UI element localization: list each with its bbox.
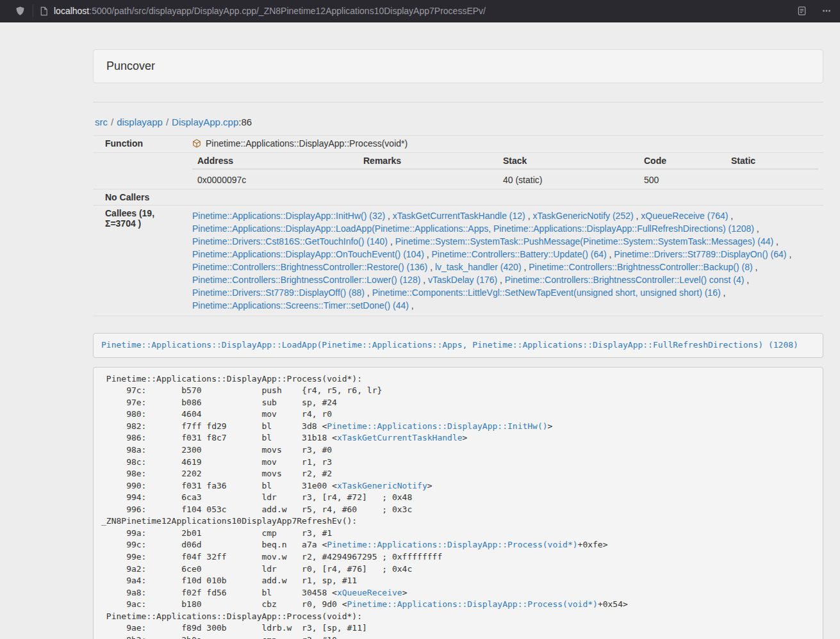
callees-row: Callees (19, Σ=3704 ) Pinetime::Applicat… [93, 206, 823, 316]
app-header-panel: Puncover [93, 49, 823, 83]
callee-link[interactable]: xTaskGenericNotify (252) [532, 211, 633, 221]
url-host: localhost [54, 6, 89, 16]
asm-symbol-link[interactable]: Pinetime::Applications::DisplayApp::Proc… [347, 599, 598, 609]
callee-link[interactable]: Pinetime::Drivers::Cst816S::GetTouchInfo… [192, 236, 388, 247]
stats-header-row: Address Remarks Stack Code Static [192, 156, 818, 169]
stat-static [726, 169, 818, 189]
callee-link[interactable]: Pinetime::Drivers::St7789::DisplayOff() … [192, 287, 365, 298]
page-container: Puncover src/displayapp/DisplayApp.cpp:8… [93, 49, 823, 639]
callee-link[interactable]: xQueueReceive (764) [641, 211, 728, 221]
asm-symbol-link[interactable]: Pinetime::Applications::DisplayApp::Proc… [327, 540, 577, 549]
callee-link[interactable]: Pinetime::Drivers::St7789::DisplayOn() (… [614, 249, 786, 259]
callee-link[interactable]: Pinetime::Controllers::BrightnessControl… [192, 275, 420, 285]
stats-cell: Address Remarks Stack Code Static 0x0000… [187, 153, 823, 190]
breadcrumb-src-link[interactable]: src [95, 117, 108, 127]
no-callers-label: No Callers [93, 190, 187, 206]
col-header-code: Code [639, 156, 726, 169]
callee-link[interactable]: lv_task_handler (420) [435, 262, 522, 272]
function-row: Function Pinetime::Applications::Display… [93, 136, 823, 153]
function-name-cell: Pinetime::Applications::DisplayApp::Proc… [187, 136, 823, 153]
url-bar[interactable]: localhost:5000/path/src/displayapp/Displ… [54, 6, 486, 16]
function-table: Function Pinetime::Applications::Display… [93, 135, 823, 316]
disassembly-block: Pinetime::Applications::DisplayApp::Proc… [93, 367, 823, 639]
asm-symbol-link[interactable]: xQueueReceive [337, 588, 402, 597]
app-title: Puncover [106, 60, 810, 73]
callee-link[interactable]: Pinetime::Controllers::BrightnessControl… [529, 262, 752, 272]
urlbar-actions [797, 6, 831, 16]
callees-label: Callees (19, Σ=3704 ) [93, 206, 187, 316]
col-header-remarks: Remarks [358, 156, 498, 169]
browser-chrome: localhost:5000/path/src/displayapp/Displ… [0, 0, 840, 22]
breadcrumb-file-link[interactable]: DisplayApp.cpp [172, 117, 238, 127]
urlbar-divider [33, 4, 33, 17]
callee-link[interactable]: Pinetime::Applications::DisplayApp::Init… [192, 211, 385, 221]
stats-data-row: 0x0000097c 40 (static) 500 [192, 169, 818, 189]
tracking-protection-shield-icon[interactable] [15, 6, 25, 16]
stat-address: 0x0000097c [192, 169, 358, 189]
callee-link[interactable]: Pinetime::Components::LittleVgl::SetNewT… [372, 287, 721, 298]
stat-code: 500 [639, 169, 726, 189]
stats-table: Address Remarks Stack Code Static 0x0000… [192, 156, 818, 189]
page-actions-icon[interactable] [822, 6, 831, 15]
asm-symbol-link[interactable]: Pinetime::Applications::DisplayApp::Init… [327, 421, 547, 431]
callee-link[interactable]: Pinetime::Applications::Screens::Timer::… [192, 300, 409, 311]
callees-cell: Pinetime::Applications::DisplayApp::Init… [187, 206, 823, 316]
callee-link[interactable]: Pinetime::System::SystemTask::PushMessag… [395, 236, 774, 247]
callee-link[interactable]: Pinetime::Applications::DisplayApp::Load… [192, 223, 754, 234]
stat-stack: 40 (static) [498, 169, 639, 189]
col-header-address: Address [192, 156, 358, 169]
function-cube-icon [192, 139, 201, 150]
col-header-static: Static [726, 156, 818, 169]
section-divider [93, 102, 823, 102]
stats-row: Address Remarks Stack Code Static 0x0000… [93, 153, 823, 190]
breadcrumb-separator: / [111, 117, 113, 127]
page-info-icon[interactable] [40, 6, 48, 16]
callee-link[interactable]: xTaskGetCurrentTaskHandle (12) [393, 211, 525, 221]
callee-link[interactable]: Pinetime::Applications::DisplayApp::OnTo… [192, 249, 424, 259]
loadapp-symbol-link[interactable]: Pinetime::Applications::DisplayApp::Load… [101, 340, 798, 350]
breadcrumb-displayapp-link[interactable]: displayapp [117, 117, 163, 127]
no-callers-row: No Callers [93, 190, 823, 206]
asm-symbol-link[interactable]: xTaskGenericNotify [337, 481, 427, 490]
callee-link[interactable]: Pinetime::Controllers::BrightnessControl… [192, 262, 427, 272]
reader-view-icon[interactable] [797, 6, 807, 16]
function-name: Pinetime::Applications::DisplayApp::Proc… [206, 138, 408, 149]
url-path: :5000/path/src/displayapp/DisplayApp.cpp… [89, 6, 486, 16]
col-header-stack: Stack [498, 156, 639, 169]
highlighted-symbol-block: Pinetime::Applications::DisplayApp::Load… [93, 333, 823, 358]
breadcrumb: src/displayapp/DisplayApp.cpp:86 [95, 117, 823, 127]
callee-link[interactable]: vTaskDelay (176) [428, 275, 497, 285]
breadcrumb-separator: / [166, 117, 169, 127]
callee-link[interactable]: Pinetime::Controllers::Battery::Update()… [432, 249, 607, 259]
no-callers-cell [187, 190, 823, 206]
callee-link[interactable]: Pinetime::Controllers::BrightnessControl… [505, 275, 744, 285]
asm-symbol-link[interactable]: xTaskGetCurrentTaskHandle [337, 433, 463, 442]
function-label: Function [93, 136, 187, 153]
stats-row-label [93, 153, 187, 190]
stat-remarks [358, 169, 498, 189]
breadcrumb-line-number: :86 [238, 117, 252, 127]
